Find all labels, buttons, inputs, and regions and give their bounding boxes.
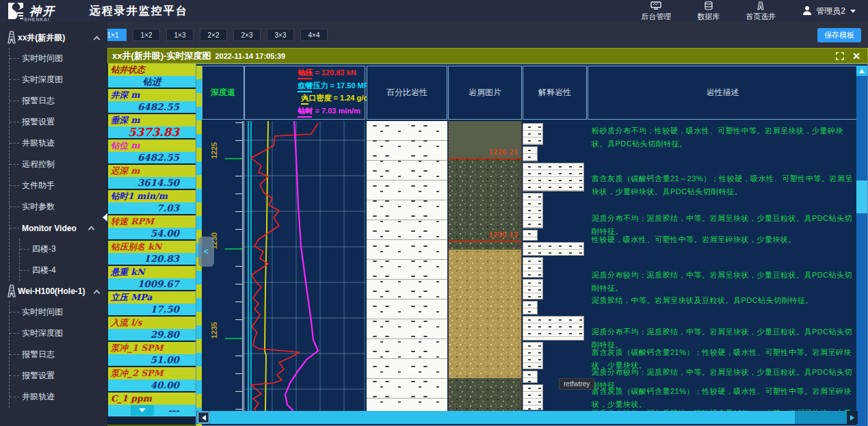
minor-tick — [235, 319, 242, 320]
sidebar-item-label: 井眼轨迹 — [22, 391, 55, 403]
sidebar-subitem[interactable]: 四楼-4 — [20, 260, 107, 281]
grid-button-1×2[interactable]: 1×2 — [133, 29, 160, 41]
column-header-percent-lithology: 百分比岩性 — [367, 66, 447, 120]
curve-legend: 0钻压 = 120.83 kN5000立管压力 = 17.50 MPa1000入… — [244, 66, 365, 120]
tree-dash — [20, 270, 29, 271]
user-name: 管理员2 — [816, 5, 845, 17]
parameter-label: 钻位 m — [108, 139, 196, 152]
sidebar-item[interactable]: 井眼轨迹 — [10, 386, 107, 408]
sidebar-item[interactable]: 报警日志 — [10, 344, 107, 365]
cuttings-photo — [449, 378, 521, 411]
tree-dash — [10, 164, 19, 165]
lithology-description-column: 粉砂质分布不均；性较硬，吸水性、可塑性中等。岩屑呈块状，少量碎块状。具PDC钻头… — [588, 121, 858, 411]
tree-dash — [10, 312, 19, 312]
window-title: xx井(新井眼)-实时深度图 — [112, 50, 211, 62]
well-header-0[interactable]: xx井(新井眼) — [0, 27, 107, 48]
horizontal-scroll-thumb[interactable] — [210, 411, 795, 424]
value-dropdown-button[interactable] — [131, 405, 154, 416]
horizontal-scrollbar[interactable] — [196, 411, 858, 424]
save-template-button[interactable]: 保存模板 — [817, 28, 861, 42]
cuttings-photo-column: 1226.211230.13 — [448, 121, 522, 411]
user-icon — [802, 5, 813, 17]
interp-lithology-block — [523, 163, 584, 191]
parameter-value: 1009.67 — [108, 278, 196, 290]
rop-curve — [285, 121, 318, 411]
parameter-row: 钻时1 min/m7.03 — [108, 190, 196, 215]
close-icon[interactable]: ✕ — [852, 51, 860, 61]
grid-button-1×3[interactable]: 1×3 — [166, 29, 194, 41]
scroll-left-arrow-icon[interactable] — [198, 412, 209, 423]
photo-depth-marker: 1230.13 — [449, 241, 521, 242]
shenkai-logo-icon — [7, 3, 25, 19]
app-root: 神开 SHENKAI 远程录井监控平台 后台管理数据库首页选井管理员2 1×11… — [0, 0, 868, 426]
sidebar-item[interactable]: 实时深度图 — [10, 69, 107, 90]
sidebar-item[interactable]: 远程控制 — [10, 154, 107, 175]
minor-tick — [235, 176, 242, 176]
group-items: 四楼-3四楼-4 — [19, 239, 107, 281]
parameter-label: 入流 l/s — [108, 317, 196, 329]
sidebar-item-label: 实时深度图 — [22, 328, 63, 339]
interp-lithology-block — [523, 316, 584, 341]
top-menu-item-database[interactable]: 数据库 — [697, 1, 720, 21]
vertical-scrollbar[interactable] — [856, 66, 867, 426]
top-menu-item-monitor[interactable]: 后台管理 — [641, 1, 671, 21]
scroll-up-arrow-icon[interactable] — [856, 66, 867, 76]
sidebar-item[interactable]: 实时深度图 — [10, 323, 107, 344]
sidebar-item-label: 报警设置 — [22, 116, 55, 128]
window-titlebar: xx井(新井眼)-实时深度图 2022-11-14 17:05:39 ✕ — [107, 48, 868, 64]
parameter-value: --- — [108, 405, 196, 416]
legend-text: 钻时 = 7.03 min/m — [298, 106, 311, 116]
well-header-1[interactable]: Wei-H100(Hole-1) — [0, 281, 107, 302]
sidebar-item[interactable]: 报警设置 — [10, 111, 107, 133]
sidebar-collapse-arrow-icon[interactable] — [103, 213, 107, 222]
top-menu-item-derrick[interactable]: 首页选井 — [746, 1, 776, 21]
sidebar-item[interactable]: 文件助手 — [10, 175, 107, 196]
parameter-value: 3614.50 — [108, 177, 196, 189]
sidebar-item[interactable]: 实时时间图 — [10, 302, 107, 323]
photo-depth-label: 1230.13 — [489, 231, 518, 239]
scroll-right-arrow-icon[interactable] — [847, 411, 858, 424]
minor-tick — [235, 302, 242, 302]
major-tick — [225, 158, 242, 159]
tree-dash — [10, 185, 19, 186]
interp-lithology-block — [523, 193, 543, 228]
well-items-1: 实时时间图实时深度图报警日志报警设置井眼轨迹 — [9, 302, 107, 408]
grid-button-3×3[interactable]: 3×3 — [267, 29, 294, 41]
parameter-label: 钻压别名 kN — [108, 241, 196, 253]
grid-button-2×2[interactable]: 2×2 — [200, 29, 227, 41]
cuttings-photo — [449, 250, 521, 378]
expand-icon[interactable] — [836, 52, 844, 60]
parameter-row: 迟深 m3614.50 — [108, 165, 196, 190]
grid-button-2×3[interactable]: 2×3 — [233, 29, 261, 41]
sidebar-group[interactable]: Monitor Video — [10, 217, 107, 239]
window-timestamp: 2022-11-14 17:05:39 — [215, 52, 285, 60]
sidebar-group-label: Monitor Video — [22, 224, 77, 233]
sidebar-item[interactable]: 实时参数 — [10, 196, 107, 217]
top-menu: 后台管理数据库首页选井管理员2 — [641, 1, 856, 21]
derrick-icon — [755, 1, 766, 12]
sidebar-subitem[interactable]: 四楼-3 — [20, 239, 107, 260]
sidebar-item[interactable]: 报警设置 — [10, 365, 107, 386]
minor-tick — [235, 140, 242, 141]
minor-tick — [235, 194, 242, 194]
grid-button-4×4[interactable]: 4×4 — [300, 29, 328, 41]
tree-dash — [10, 354, 19, 355]
user-menu[interactable]: 管理员2 — [802, 5, 856, 17]
parameter-label: 泵冲_2 SPM — [108, 367, 196, 380]
parameter-value: 7.03 — [108, 202, 196, 214]
parameter-label: 立压 MPa — [108, 291, 196, 304]
panel-collapse-tab[interactable]: < — [198, 237, 214, 267]
sidebar-item[interactable]: 报警日志 — [10, 90, 107, 111]
tree-dash — [10, 101, 19, 101]
parameter-label: 转速 RPM — [108, 215, 196, 228]
sidebar-item[interactable]: 实时时间图 — [10, 48, 107, 69]
major-tick — [225, 338, 242, 339]
parameter-row: 立压 MPa17.50 — [108, 291, 196, 317]
parameter-value: 51.00 — [108, 354, 196, 366]
parameter-value: 54.00 — [108, 228, 196, 239]
vertical-scroll-thumb[interactable] — [856, 181, 867, 213]
collapse-caret-icon — [94, 36, 101, 42]
depth-track-header: 深度道 — [202, 66, 244, 120]
grid-layout-buttons: 1×11×21×32×22×33×34×4 — [107, 29, 334, 41]
sidebar-item[interactable]: 井眼轨迹 — [10, 133, 107, 154]
